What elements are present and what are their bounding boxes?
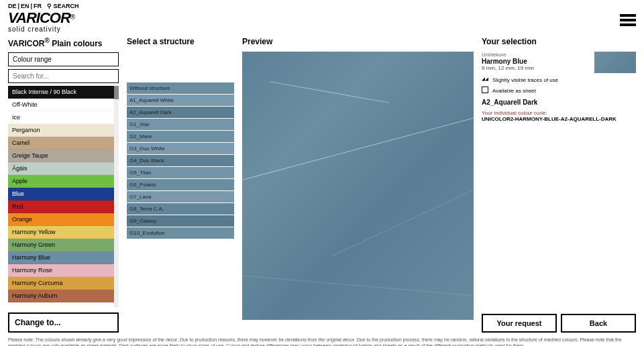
selection-code-label: Your individual colour code: (482, 110, 636, 116)
colours-column-title: VARICOR® Plain colours (8, 37, 119, 48)
selection-swatch (594, 52, 636, 73)
structure-list: Without structureA1_Aquarell WhiteA2_Aqu… (127, 82, 234, 239)
colour-item[interactable]: Harmony Auburn (8, 290, 114, 302)
colour-item[interactable]: Harmony Yellow (8, 226, 114, 239)
preview-image (242, 52, 474, 320)
sheet-checkbox-icon (482, 86, 488, 95)
structure-item[interactable]: A2_Aquarell Dark (127, 107, 234, 118)
structure-item[interactable]: G3_Duo White (127, 143, 234, 154)
scrollbar-track[interactable] (114, 86, 119, 307)
selection-category: Unidekore (482, 52, 534, 58)
svg-marker-1 (485, 78, 488, 81)
structure-item[interactable]: G4_Duo Black (127, 155, 234, 166)
colour-item[interactable]: Harmony Blue (8, 251, 114, 264)
search-icon: ⚲ (47, 3, 52, 9)
colour-item[interactable]: Black Intense / 90 Black (8, 86, 114, 99)
structure-item[interactable]: G10_Evolution (127, 227, 234, 239)
lang-en[interactable]: EN (21, 3, 30, 9)
colour-range-select[interactable]: Colour range (8, 52, 119, 66)
structure-item[interactable]: Without structure (127, 82, 234, 94)
colour-item[interactable]: Camel (8, 137, 114, 150)
svg-marker-0 (482, 78, 485, 81)
colour-item[interactable]: Ice (8, 111, 114, 124)
back-button[interactable]: Back (561, 314, 636, 333)
lang-separator: | (18, 3, 20, 9)
colour-item[interactable]: Harmony Rose (8, 264, 114, 277)
lang-separator: | (31, 3, 33, 9)
structure-item[interactable]: G9_Galaxy (127, 215, 234, 227)
selection-name: Harmony Blue (482, 58, 534, 65)
selection-dimensions: 8 mm, 12 mm, 19 mm (482, 65, 534, 71)
lang-de[interactable]: DE (8, 3, 17, 9)
colour-item[interactable]: Ägäis (8, 162, 114, 175)
search-link[interactable]: ⚲ SEARCH (47, 3, 79, 9)
colour-item[interactable]: Orange (8, 213, 114, 226)
colour-item[interactable]: Pergamon (8, 124, 114, 137)
selection-sheet: Available as sheet (492, 88, 536, 94)
brand-logo[interactable]: VARICOR® solid creativity (8, 9, 75, 33)
colour-item[interactable]: Greige Taupe (8, 150, 114, 162)
structure-item[interactable]: G6_Polaris (127, 179, 234, 190)
structure-item[interactable]: G5_Titan (127, 167, 234, 178)
change-to-button[interactable]: Change to... (8, 312, 119, 333)
request-button[interactable]: Your request (482, 314, 557, 333)
footnote-text: Please note: The colours shown already g… (0, 333, 644, 346)
preview-column-title: Preview (242, 37, 474, 46)
colour-list: Black Intense / 90 BlackOff-WhiteIcePerg… (8, 86, 119, 307)
structure-item[interactable]: G7_Lava (127, 191, 234, 203)
colour-item[interactable]: Apple (8, 175, 114, 188)
colour-item[interactable]: Harmony Green (8, 239, 114, 251)
colour-item[interactable]: Blue (8, 188, 114, 200)
logo-text: VARICOR (8, 9, 70, 26)
logo-registered-icon: ® (70, 13, 75, 21)
selection-column-title: Your selection (482, 37, 636, 46)
structure-item[interactable]: G1_Star (127, 119, 234, 130)
search-label: SEARCH (54, 3, 79, 9)
selection-code: UNICOLOR2-HARMONY-BLUE-A2-AQUARELL-DARK (482, 116, 636, 122)
selection-structure: A2_Aquarell Dark (482, 99, 636, 106)
colour-item[interactable]: Off-White (8, 99, 114, 111)
colour-item[interactable]: Harmony Curcuma (8, 277, 114, 290)
structure-column-title: Select a structure (127, 37, 234, 46)
logo-tagline: solid creativity (8, 25, 75, 33)
menu-icon[interactable] (620, 9, 636, 28)
colour-search-input[interactable] (8, 69, 119, 83)
selection-traces: Slightly visible traces of use (492, 77, 558, 83)
structure-item[interactable]: G8_Terra C.A. (127, 203, 234, 215)
traces-icon (482, 76, 488, 84)
lang-fr[interactable]: FR (34, 3, 42, 9)
structure-item[interactable]: G2_Mare (127, 131, 234, 142)
structure-item[interactable]: A1_Aquarell White (127, 95, 234, 106)
scrollbar-thumb[interactable] (114, 86, 119, 99)
colour-item[interactable]: Red (8, 200, 114, 213)
svg-rect-2 (482, 87, 488, 93)
